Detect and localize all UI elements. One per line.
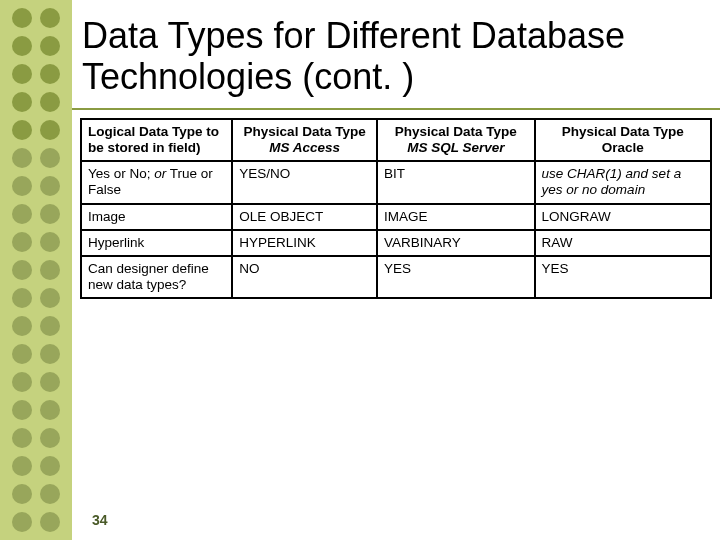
dot-grid [12,0,60,532]
header-logical: Logical Data Type to be stored in field) [81,119,232,161]
data-types-table: Logical Data Type to be stored in field)… [80,118,712,300]
data-types-table-wrap: Logical Data Type to be stored in field)… [72,110,720,300]
cell-logical: Can designer define new data types? [81,256,232,298]
table-row: Yes or No; or True or False YES/NO BIT u… [81,161,711,203]
header-oracle: Physical Data Type Oracle [535,119,711,161]
cell-oracle: YES [535,256,711,298]
cell-sqlserver: VARBINARY [377,230,535,256]
table-row: Image OLE OBJECT IMAGE LONGRAW [81,204,711,230]
cell-sqlserver: BIT [377,161,535,203]
table-row: Can designer define new data types? NO Y… [81,256,711,298]
cell-oracle: use CHAR(1) and set a yes or no domain [535,161,711,203]
cell-logical: Yes or No; or True or False [81,161,232,203]
slide-title: Data Types for Different Database Techno… [72,0,720,110]
table-header-row: Logical Data Type to be stored in field)… [81,119,711,161]
cell-access: OLE OBJECT [232,204,377,230]
table-row: Hyperlink HYPERLINK VARBINARY RAW [81,230,711,256]
cell-oracle: LONGRAW [535,204,711,230]
slide-content: Data Types for Different Database Techno… [72,0,720,540]
cell-access: YES/NO [232,161,377,203]
cell-sqlserver: YES [377,256,535,298]
header-sqlserver: Physical Data Type MS SQL Server [377,119,535,161]
cell-logical: Image [81,204,232,230]
cell-oracle: RAW [535,230,711,256]
cell-sqlserver: IMAGE [377,204,535,230]
page-number: 34 [92,512,108,528]
cell-access: NO [232,256,377,298]
header-access: Physical Data Type MS Access [232,119,377,161]
left-decorative-strip [0,0,72,540]
cell-logical: Hyperlink [81,230,232,256]
cell-access: HYPERLINK [232,230,377,256]
